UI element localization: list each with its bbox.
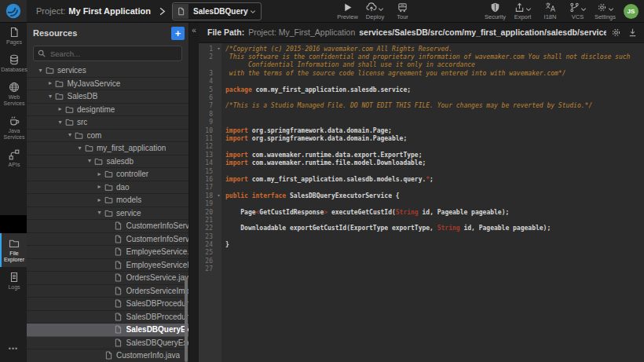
tree-row[interactable]: ▸dao: [27, 181, 188, 195]
tree-row[interactable]: ▾salesdb: [27, 155, 188, 169]
tree-row[interactable]: SalesDBProcedureExecutorServiceImpl.java: [27, 311, 188, 324]
wavemaker-logo-icon: [5, 3, 21, 19]
toolbar-actions-left: PreviewDeployTour: [334, 2, 416, 20]
tree-file-icon: [114, 299, 123, 308]
deploy-button[interactable]: Deploy: [361, 2, 389, 20]
api-icon: [9, 149, 20, 160]
tree-row[interactable]: CustomerInfoService.java: [27, 220, 188, 233]
sidebar-more-button[interactable]: •••: [0, 337, 27, 362]
folder-icon: [9, 238, 20, 249]
sidebar-item-java-services[interactable]: Java Services: [0, 111, 27, 144]
open-file-name: SalesDBQueryExec...: [188, 7, 248, 16]
tree-row[interactable]: OrdersServiceImpl.java: [27, 285, 188, 298]
tree-row[interactable]: ▾my_first_application: [27, 142, 188, 155]
code-line: 5package com.my_first_application.salesd…: [198, 86, 644, 93]
tree-item-label: my_first_application: [97, 144, 166, 152]
tree-item-label: salesdb: [107, 157, 134, 166]
sidebar-item-web-services[interactable]: Web Services: [0, 77, 27, 111]
tree-row[interactable]: SalesDBProcedureExecutorService.java: [27, 298, 188, 311]
collapse-panel-button[interactable]: «: [189, 24, 199, 37]
fold-arrow-icon[interactable]: ▾: [214, 46, 223, 52]
code-line: 6: [198, 93, 644, 101]
line-number: 12: [198, 143, 214, 150]
tree-collapse-arrow-icon[interactable]: ▾: [46, 93, 55, 100]
i18n-button[interactable]: I18N: [536, 2, 564, 20]
tree-expand-arrow-icon[interactable]: ▸: [95, 197, 104, 203]
tour-button[interactable]: Tour: [389, 2, 416, 20]
file-tree: ▾services▸MyJavaService▾SalesDB▸designti…: [27, 64, 188, 362]
code-editor[interactable]: 1▾/*Copyright (c) 2015-2016 wavemaker.co…: [198, 42, 644, 362]
vcs-button[interactable]: VCS: [564, 2, 591, 20]
user-avatar[interactable]: JS: [624, 4, 639, 19]
tree-collapse-arrow-icon[interactable]: ▾: [66, 132, 75, 138]
tree-row[interactable]: ▸designtime: [27, 104, 188, 117]
sidebar-item-file-explorer[interactable]: File Explorer: [0, 233, 27, 267]
code-line: 4: [198, 78, 644, 86]
tree-collapse-arrow-icon[interactable]: ▾: [56, 119, 64, 126]
tree-row[interactable]: ▾com: [27, 130, 188, 143]
sidebar-item-logs[interactable]: Logs: [0, 267, 27, 294]
wavemaker-logo[interactable]: [0, 0, 27, 22]
tree-collapse-arrow-icon[interactable]: ▾: [75, 145, 84, 152]
line-number: 26: [198, 258, 214, 265]
code-line: 15: [198, 167, 644, 175]
add-resource-button[interactable]: +: [171, 27, 185, 40]
tree-row[interactable]: SalesDBQueryExecutorServiceImpl.java: [27, 337, 188, 350]
action-label: Deploy: [366, 13, 384, 20]
tree-file-icon: [114, 313, 123, 321]
tree-row[interactable]: ▾service: [27, 207, 188, 221]
tree-folder-icon: [104, 170, 113, 178]
tree-collapse-arrow-icon[interactable]: ▾: [95, 210, 104, 216]
file-path-project: Project: My_First_Application: [248, 27, 355, 37]
tree-row[interactable]: CustomerInfo.java: [27, 349, 188, 362]
tree-row[interactable]: EmployeeService.java: [27, 246, 188, 259]
code-line: 13import com.wavemaker.runtime.data.expo…: [198, 151, 644, 159]
tree-row[interactable]: ▸models: [27, 194, 188, 207]
code-text: /*This is a Studio Managed File. DO NOT …: [225, 102, 592, 109]
tree-row[interactable]: ▾services: [27, 64, 188, 78]
editor-settings-gear-icon[interactable]: [611, 27, 621, 38]
tree-expand-arrow-icon[interactable]: ▸: [95, 184, 104, 190]
tree-expand-arrow-icon[interactable]: ▸: [46, 80, 55, 86]
tree-row[interactable]: SalesDBQueryExecutorService.java: [27, 324, 188, 337]
file-path-bar: File Path: Project: My_First_Application…: [198, 22, 644, 43]
download-file-icon[interactable]: [628, 27, 638, 38]
tree-collapse-arrow-icon[interactable]: ▾: [86, 158, 94, 164]
tree-folder-icon: [104, 183, 113, 192]
settings-button[interactable]: Settings: [591, 2, 619, 20]
tree-row[interactable]: ▸MyJavaService: [27, 78, 188, 91]
chevron-down-icon: [608, 6, 614, 13]
sidebar-item-databases[interactable]: Databases: [0, 49, 27, 77]
resources-header: Resources +: [27, 22, 188, 44]
tree-row[interactable]: EmployeeServiceImpl.java: [27, 259, 188, 272]
tree-expand-arrow-icon[interactable]: ▸: [56, 106, 64, 112]
code-text: import com.wavemaker.runtime.data.export…: [225, 152, 422, 159]
preview-button[interactable]: Preview: [334, 2, 361, 20]
sidebar-item-apis[interactable]: APIs: [0, 144, 27, 172]
tree-row[interactable]: OrdersService.java: [27, 272, 188, 285]
line-number: 10: [198, 127, 214, 134]
sidebar-black-block: [0, 215, 27, 233]
tree-row[interactable]: ▾SalesDB: [27, 90, 188, 104]
fold-arrow-icon[interactable]: ▾: [214, 193, 223, 199]
tree-scrollbar-thumb[interactable]: [185, 277, 188, 362]
deploy-icon-row: [366, 2, 384, 13]
line-number: 3: [198, 70, 214, 77]
security-button[interactable]: Security: [481, 2, 509, 20]
export-button[interactable]: Export: [509, 2, 536, 20]
sidebar-item-pages[interactable]: Pages: [0, 22, 27, 49]
tree-expand-arrow-icon[interactable]: ▸: [95, 171, 104, 177]
export-icon-row: [514, 2, 532, 13]
tree-collapse-arrow-icon[interactable]: ▾: [36, 68, 45, 74]
code-text: Page<GetCustIdResponse> executeGetCustId…: [225, 209, 509, 216]
resources-search-row: [27, 44, 188, 64]
tree-item-label: controller: [116, 170, 148, 178]
search-box[interactable]: [33, 46, 182, 61]
tree-row[interactable]: ▸controller: [27, 168, 188, 181]
search-input[interactable]: [49, 49, 177, 59]
tree-row[interactable]: CustomerInfoServiceImpl.java: [27, 233, 188, 247]
tree-row[interactable]: ▾src: [27, 116, 188, 130]
line-number: 8: [198, 111, 214, 118]
code-line: 24}: [198, 240, 644, 248]
open-file-dropdown[interactable]: SalesDBQueryExec...: [172, 2, 262, 20]
